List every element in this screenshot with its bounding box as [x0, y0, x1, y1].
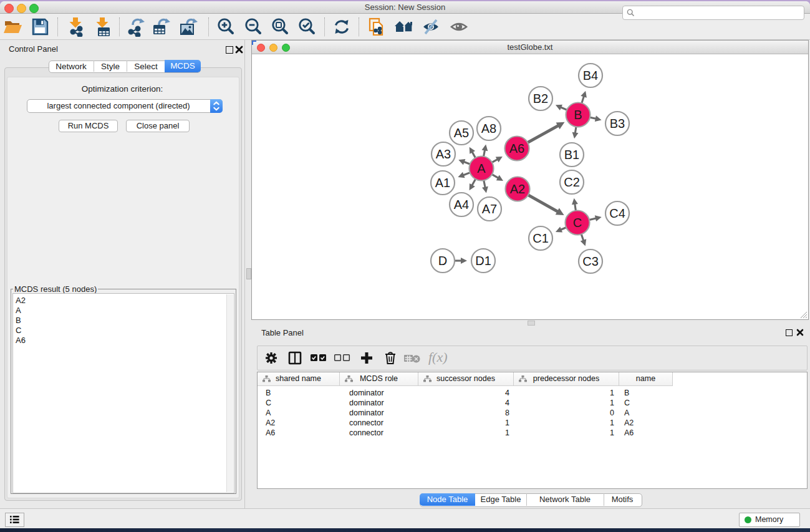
svg-text:B4: B4 — [583, 69, 598, 82]
svg-text:D: D — [438, 254, 447, 268]
svg-text:C1: C1 — [533, 231, 549, 245]
svg-text:C: C — [573, 216, 582, 230]
svg-text:A2: A2 — [510, 182, 525, 196]
svg-text:C3: C3 — [582, 254, 599, 268]
svg-text:C2: C2 — [564, 175, 580, 189]
svg-text:A8: A8 — [481, 122, 496, 135]
svg-text:B1: B1 — [564, 148, 579, 162]
svg-text:B2: B2 — [533, 92, 548, 105]
svg-text:D1: D1 — [475, 254, 491, 268]
svg-text:A5: A5 — [454, 126, 469, 140]
svg-text:B: B — [574, 108, 582, 122]
svg-text:A4: A4 — [454, 198, 469, 211]
svg-text:A3: A3 — [436, 147, 451, 161]
svg-text:A: A — [477, 162, 486, 175]
svg-text:C4: C4 — [609, 206, 625, 220]
svg-text:B3: B3 — [610, 117, 625, 130]
svg-text:A7: A7 — [482, 202, 497, 216]
svg-text:A6: A6 — [509, 142, 524, 155]
svg-text:A1: A1 — [435, 176, 450, 190]
